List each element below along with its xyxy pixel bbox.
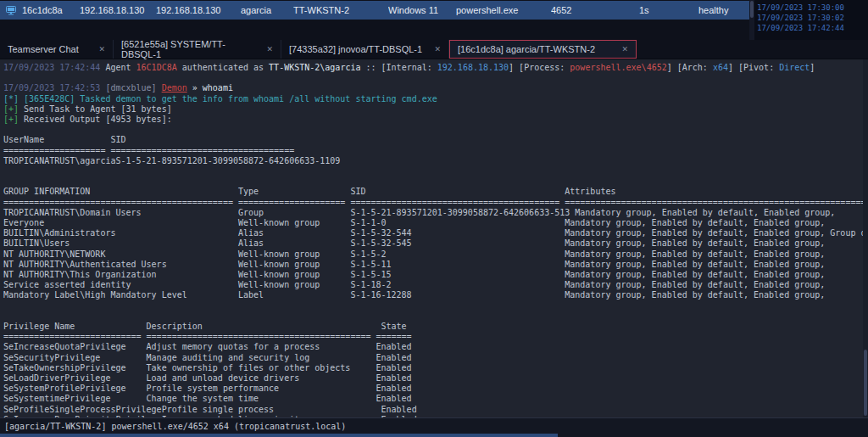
log-received-line: [+] Received Output [4953 bytes]:	[3, 115, 868, 125]
console-output-area: 17/09/2023 17:42:44 Agent 16C1DC8A authe…	[0, 59, 868, 417]
tab-session-74335a32[interactable]: [74335a32] jnovoa/TT-DBSQL-1✕	[281, 40, 449, 59]
event-log-entry: 17/09/2023 17:30:02	[757, 13, 868, 23]
auth-text: authenticated as	[177, 63, 269, 72]
session-cell-health: healthy	[698, 5, 749, 15]
internal-ip: 192.168.18.130	[437, 63, 509, 72]
tab-session-16c1dc8a[interactable]: [16c1dc8a] agarcia/TT-WKSTN-2✕	[449, 40, 637, 59]
blank-line	[3, 73, 868, 83]
status-text: [agarcia/TT-WKSTN-2] powershell.exe/4652…	[4, 422, 346, 431]
session-cell-pid: 4652	[551, 5, 639, 15]
command-text: whoami	[203, 83, 233, 92]
session-cell-user: agarcia	[241, 5, 293, 15]
tab-label: [74335a32] jnovoa/TT-DBSQL-1	[289, 44, 422, 54]
auth-text: ] [Pivot:	[728, 63, 779, 72]
timestamp: 17/09/2023 17:42:44	[3, 63, 100, 72]
session-cell-internal-ip: 192.168.18.130	[156, 5, 241, 15]
havoc-window: 16c1dc8a 192.168.18.130 192.168.18.130 a…	[0, 0, 868, 437]
event-log-entry: 17/09/2023 17:42:44	[757, 23, 868, 33]
status-bar: [agarcia/TT-WKSTN-2] powershell.exe/4652…	[0, 417, 868, 434]
whoami-output: UserName SID ==================== ======…	[3, 125, 868, 417]
arch: x64	[713, 63, 728, 72]
auth-text: ]	[810, 63, 815, 72]
log-auth-line: 17/09/2023 17:42:44 Agent 16C1DC8A authe…	[3, 63, 868, 73]
session-table-scrollbar-handle[interactable]	[750, 1, 754, 18]
tab-label: [16c1dc8a] agarcia/TT-WKSTN-2	[458, 44, 595, 54]
session-table: 16c1dc8a 192.168.18.130 192.168.18.130 a…	[0, 0, 749, 40]
close-icon[interactable]: ✕	[434, 45, 441, 53]
plus-tag: [+]	[3, 104, 19, 114]
operator-name: [dmcxblue]	[100, 83, 161, 92]
horizontal-scrollbar-handle[interactable]	[0, 434, 558, 437]
prompt-arrow: »	[187, 83, 203, 92]
timestamp: 17/09/2023 17:42:53	[3, 83, 100, 92]
event-log-entry: 17/09/2023 17:30:00	[757, 3, 868, 13]
session-cell-computer: TT-WKSTN-2	[293, 5, 388, 15]
auth-text: Agent	[100, 63, 136, 72]
principal: TT-WKSTN-2\agarcia	[269, 63, 360, 72]
tab-label: [6521e55a] SYSTEM/TT-DBSQL-1	[121, 39, 259, 59]
console-scrollbar-handle[interactable]	[864, 350, 867, 416]
auth-text: ] [Process:	[509, 63, 570, 72]
session-cell-external-ip: 192.168.18.130	[80, 5, 156, 15]
close-icon[interactable]: ✕	[98, 45, 105, 53]
log-task-line: [*] [365E428C] Tasked demon to get the i…	[3, 94, 868, 104]
auth-text: :: [Internal:	[360, 63, 437, 72]
log-prompt-line: 17/09/2023 17:42:53 [dmcxblue] Demon » w…	[3, 83, 868, 93]
tab-teamserver-chat[interactable]: Teamserver Chat✕	[0, 40, 114, 59]
session-row[interactable]: 16c1dc8a 192.168.18.130 192.168.18.130 a…	[0, 1, 749, 20]
close-icon[interactable]: ✕	[266, 45, 273, 53]
sent-text: Send Task to Agent [31 bytes]	[19, 104, 172, 114]
session-cell-process: powershell.exe	[456, 5, 551, 15]
console-scrollbar[interactable]	[863, 59, 868, 417]
plus-tag: [+]	[3, 115, 19, 124]
received-text: Received Output [4953 bytes]:	[19, 115, 172, 124]
demon-prompt: Demon	[162, 83, 187, 92]
tab-bar: Teamserver Chat✕ [6521e55a] SYSTEM/TT-DB…	[0, 40, 868, 59]
tab-label: Teamserver Chat	[8, 44, 79, 54]
horizontal-scrollbar[interactable]	[0, 434, 868, 437]
session-cell-os: Windows 11	[388, 5, 456, 15]
session-cell-agent-id: 16c1dc8a	[22, 5, 80, 15]
process-name: powershell.exe\4652	[570, 63, 666, 72]
agent-computer-icon	[0, 6, 22, 15]
event-log-panel: 17/09/2023 17:30:00 17/09/2023 17:30:02 …	[754, 0, 868, 40]
agent-id: 16C1DC8A	[136, 63, 177, 72]
auth-text: ] [Arch:	[667, 63, 713, 72]
pivot: Direct	[779, 63, 810, 72]
close-icon[interactable]: ✕	[621, 45, 628, 53]
tab-session-6521e55a[interactable]: [6521e55a] SYSTEM/TT-DBSQL-1✕	[114, 40, 281, 59]
log-sent-line: [+] Send Task to Agent [31 bytes]	[3, 104, 868, 115]
session-cell-last-seen: 1s	[639, 5, 698, 15]
